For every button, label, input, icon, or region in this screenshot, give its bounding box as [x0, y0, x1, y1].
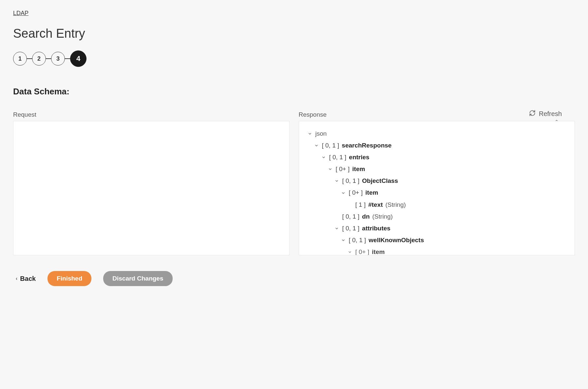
- tree-node-wellknownobjects[interactable]: [ 0, 1 ] wellKnownObjects: [312, 234, 567, 246]
- tree-node-item[interactable]: [ 0+ ] item: [312, 246, 567, 255]
- response-panel: json [ 0, 1 ] searchResponse [ 0, 1 ] en…: [299, 121, 575, 255]
- tree-node-bracket: [ 0+ ]: [349, 187, 363, 199]
- footer-actions: ‹ Back Finished Discard Changes: [13, 271, 575, 286]
- tree-node-root[interactable]: json: [307, 128, 567, 140]
- tree-node-type: (String): [386, 199, 406, 211]
- tree-node-name: attributes: [362, 223, 390, 234]
- request-panel-label: Request: [13, 111, 290, 118]
- tree-node-name: item: [352, 163, 365, 175]
- tree-node-text[interactable]: [ 1 ] #text (String): [312, 199, 567, 211]
- tree-node-name: entries: [349, 151, 369, 163]
- tree-node-name: wellKnownObjects: [369, 234, 424, 246]
- tree-node-bracket: [ 0+ ]: [355, 246, 370, 255]
- finished-button[interactable]: Finished: [47, 271, 91, 286]
- breadcrumb-link-ldap[interactable]: LDAP: [13, 10, 28, 16]
- tree-node-item[interactable]: [ 0+ ] item: [307, 163, 567, 175]
- tree-node-name: item: [372, 246, 385, 255]
- step-connector: [46, 58, 51, 59]
- chevron-left-icon: ‹: [16, 276, 17, 282]
- chevron-down-icon[interactable]: [327, 167, 333, 171]
- tree-node-bracket: [ 1 ]: [355, 199, 366, 211]
- step-connector: [27, 58, 32, 59]
- chevron-down-icon[interactable]: [347, 250, 353, 254]
- tree-node-name: searchResponse: [342, 140, 391, 151]
- chevron-down-icon[interactable]: [321, 155, 327, 160]
- tree-node-bracket: [ 0, 1 ]: [342, 211, 360, 223]
- chevron-down-icon[interactable]: [340, 238, 346, 243]
- schema-tree[interactable]: json [ 0, 1 ] searchResponse [ 0, 1 ] en…: [307, 128, 567, 255]
- back-label: Back: [20, 275, 36, 282]
- tree-node-objectclass[interactable]: [ 0, 1 ] ObjectClass: [312, 175, 567, 187]
- stepper: 1 2 3 4: [13, 50, 575, 67]
- back-button[interactable]: ‹ Back: [16, 275, 36, 282]
- tree-node-bracket: [ 0, 1 ]: [322, 140, 339, 151]
- tree-node-label: json: [315, 128, 327, 140]
- discard-changes-button[interactable]: Discard Changes: [103, 271, 172, 286]
- step-1[interactable]: 1: [13, 52, 27, 66]
- chevron-down-icon[interactable]: [307, 131, 313, 136]
- page-title: Search Entry: [13, 27, 575, 41]
- tree-node-bracket: [ 0+ ]: [336, 163, 350, 175]
- request-panel: [13, 121, 290, 255]
- step-3[interactable]: 3: [51, 52, 65, 66]
- tree-node-bracket: [ 0, 1 ]: [329, 151, 347, 163]
- tree-node-entries[interactable]: [ 0, 1 ] entries: [307, 151, 567, 163]
- tree-node-name: ObjectClass: [362, 175, 398, 187]
- section-title-data-schema: Data Schema:: [13, 87, 575, 97]
- tree-node-bracket: [ 0, 1 ]: [349, 234, 366, 246]
- tree-node-type: (String): [372, 211, 393, 223]
- tree-node-dn[interactable]: [ 0, 1 ] dn (String): [312, 211, 567, 223]
- tree-node-name: dn: [362, 211, 370, 223]
- tree-node-bracket: [ 0, 1 ]: [342, 223, 360, 234]
- tree-node-name: #text: [368, 199, 383, 211]
- step-4[interactable]: 4: [70, 50, 86, 67]
- chevron-down-icon[interactable]: [340, 191, 346, 195]
- step-2[interactable]: 2: [32, 52, 46, 66]
- chevron-down-icon[interactable]: [334, 179, 340, 183]
- response-panel-label: Response: [299, 111, 575, 118]
- tree-node-searchresponse[interactable]: [ 0, 1 ] searchResponse: [307, 140, 567, 151]
- tree-node-item[interactable]: [ 0+ ] item: [312, 187, 567, 199]
- step-connector: [65, 58, 70, 59]
- tree-node-bracket: [ 0, 1 ]: [342, 175, 360, 187]
- chevron-down-icon[interactable]: [313, 143, 319, 148]
- chevron-down-icon[interactable]: [334, 226, 340, 231]
- tree-node-attributes[interactable]: [ 0, 1 ] attributes: [312, 223, 567, 234]
- tree-node-name: item: [365, 187, 378, 199]
